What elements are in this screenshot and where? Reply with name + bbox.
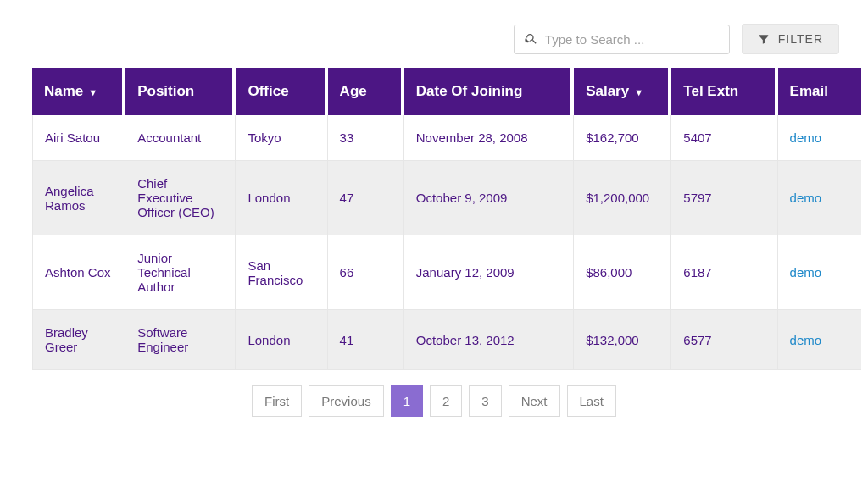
cell-email[interactable]: demo (778, 161, 861, 235)
page-number[interactable]: 3 (469, 385, 501, 417)
cell-age: 33 (328, 115, 404, 161)
cell-name: Bradley Greer (32, 310, 125, 370)
cell-position: Chief Executive Officer (CEO) (125, 161, 236, 235)
sort-icon: ▼ (88, 87, 97, 97)
filter-button[interactable]: FILTER (742, 24, 839, 54)
cell-position: Software Engineer (125, 310, 236, 370)
cell-name: Ashton Cox (32, 235, 125, 310)
cell-age: 47 (328, 161, 404, 235)
table-scroll[interactable]: Name▼ Position Office Age Date Of Joinin… (7, 68, 861, 370)
pagination: First Previous 1 2 3 Next Last (7, 370, 861, 417)
filter-label: FILTER (778, 32, 823, 46)
cell-tel: 6577 (671, 310, 777, 370)
cell-salary: $132,000 (574, 310, 671, 370)
cell-tel: 5407 (671, 115, 777, 161)
cell-position: Accountant (125, 115, 236, 161)
col-header-age[interactable]: Age (328, 68, 404, 115)
page-prev[interactable]: Previous (309, 385, 383, 417)
cell-salary: $162,700 (574, 115, 671, 161)
search-input[interactable] (545, 32, 719, 47)
cell-office: London (236, 161, 327, 235)
table-row: Bradley Greer Software Engineer London 4… (32, 310, 861, 370)
cell-doj: November 28, 2008 (404, 115, 574, 161)
table-body: Airi Satou Accountant Tokyo 33 November … (32, 115, 861, 370)
cell-salary: $1,200,000 (574, 161, 671, 235)
cell-name: Angelica Ramos (32, 161, 125, 235)
cell-tel: 6187 (671, 235, 777, 310)
page-number[interactable]: 1 (391, 385, 423, 417)
cell-salary: $86,000 (574, 235, 671, 310)
col-header-salary[interactable]: Salary▼ (574, 68, 671, 115)
cell-email[interactable]: demo (778, 310, 861, 370)
search-icon (525, 32, 538, 46)
search-box[interactable] (514, 25, 730, 54)
cell-position: Junior Technical Author (125, 235, 236, 310)
toolbar: FILTER (7, 24, 861, 68)
col-header-position[interactable]: Position (125, 68, 236, 115)
table-row: Angelica Ramos Chief Executive Officer (… (32, 161, 861, 235)
cell-doj: January 12, 2009 (404, 235, 574, 310)
sort-icon: ▼ (634, 87, 643, 97)
page-last[interactable]: Last (567, 385, 616, 417)
col-header-office[interactable]: Office (236, 68, 327, 115)
cell-tel: 5797 (671, 161, 777, 235)
cell-age: 41 (328, 310, 404, 370)
cell-age: 66 (328, 235, 404, 310)
table-row: Ashton Cox Junior Technical Author San F… (32, 235, 861, 310)
data-table: Name▼ Position Office Age Date Of Joinin… (32, 68, 861, 370)
cell-office: Tokyo (236, 115, 327, 161)
cell-email[interactable]: demo (778, 115, 861, 161)
col-header-tel[interactable]: Tel Extn (671, 68, 777, 115)
col-header-doj[interactable]: Date Of Joining (404, 68, 574, 115)
col-header-name[interactable]: Name▼ (32, 68, 125, 115)
page-number[interactable]: 2 (430, 385, 462, 417)
cell-office: San Francisco (236, 235, 327, 310)
cell-doj: October 13, 2012 (404, 310, 574, 370)
cell-name: Airi Satou (32, 115, 125, 161)
header-row: Name▼ Position Office Age Date Of Joinin… (32, 68, 861, 115)
page-first[interactable]: First (252, 385, 302, 417)
cell-doj: October 9, 2009 (404, 161, 574, 235)
table-row: Airi Satou Accountant Tokyo 33 November … (32, 115, 861, 161)
page-next[interactable]: Next (509, 385, 560, 417)
filter-icon (758, 33, 770, 45)
col-header-email[interactable]: Email (778, 68, 861, 115)
cell-email[interactable]: demo (778, 235, 861, 310)
cell-office: London (236, 310, 327, 370)
